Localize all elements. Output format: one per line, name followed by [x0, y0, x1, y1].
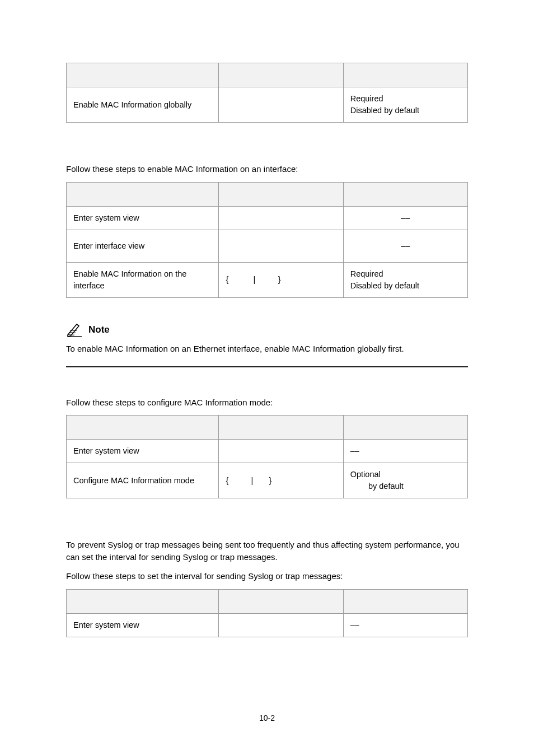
table-header-row — [67, 589, 468, 613]
note-text: To enable MAC Information on an Ethernet… — [66, 343, 468, 355]
body-paragraph: To prevent Syslog or trap messages being… — [66, 539, 468, 563]
table-row: Enter interface view –– — [67, 230, 468, 262]
col-header — [219, 416, 343, 440]
cell-line: Required — [350, 268, 461, 280]
page-content: Enable MAC Information globally Required… — [0, 0, 534, 637]
cell-line: by default — [350, 480, 461, 492]
page-number: 10-2 — [0, 712, 534, 724]
cell-text — [219, 230, 343, 262]
cell-text — [219, 613, 343, 637]
cell-text: Enter system view — [67, 613, 219, 637]
table-enable-interface: Enter system view –– Enter interface vie… — [66, 182, 468, 298]
col-header — [67, 416, 219, 440]
col-header — [67, 63, 219, 87]
cell-text: Enter interface view — [67, 230, 219, 262]
cell-line: Optional — [350, 469, 461, 480]
col-header — [343, 416, 467, 440]
cell-text: –– — [343, 206, 467, 230]
table-header-row — [67, 182, 468, 206]
table-enable-global: Enable MAC Information globally Required… — [66, 63, 468, 123]
table-row: Enable MAC Information globally Required… — [67, 87, 468, 123]
col-header — [343, 589, 467, 613]
col-header — [343, 182, 467, 206]
col-header — [219, 63, 343, 87]
col-header — [219, 182, 343, 206]
col-header — [67, 182, 219, 206]
section-lead: Follow these steps to set the interval f… — [66, 570, 468, 582]
table-row: Enable MAC Information on the interface … — [67, 262, 468, 297]
col-header — [219, 589, 343, 613]
cell-text: –– — [343, 440, 467, 463]
cell-text: Configure MAC Information mode — [67, 463, 219, 498]
cell-text: Optional by default — [343, 463, 467, 498]
table-header-row — [67, 416, 468, 440]
cell-text: Required Disabled by default — [343, 262, 467, 297]
table-row: Enter system view –– — [67, 613, 468, 637]
table-mode: Enter system view –– Configure MAC Infor… — [66, 415, 468, 498]
table-row: Configure MAC Information mode { | } Opt… — [67, 463, 468, 498]
note-rule — [66, 366, 468, 367]
cell-text: Enter system view — [67, 440, 219, 463]
cell-text: Required Disabled by default — [343, 87, 467, 123]
note-label: Note — [88, 323, 110, 337]
note-icon — [66, 323, 85, 337]
cell-line: Disabled by default — [350, 105, 461, 116]
cell-text: { | } — [219, 262, 343, 297]
cell-text — [219, 440, 343, 463]
col-header — [67, 589, 219, 613]
cell-text: –– — [343, 613, 467, 637]
cell-text: Enable MAC Information globally — [67, 87, 219, 123]
cell-line: Required — [350, 93, 461, 105]
col-header — [343, 63, 467, 87]
section-lead: Follow these steps to configure MAC Info… — [66, 396, 468, 409]
table-row: Enter system view –– — [67, 440, 468, 463]
cell-text: –– — [343, 230, 467, 262]
table-interval: Enter system view –– — [66, 589, 468, 637]
table-header-row — [67, 63, 468, 87]
table-row: Enter system view –– — [67, 206, 468, 230]
cell-text — [219, 87, 343, 123]
cell-text — [219, 206, 343, 230]
note-block: Note — [66, 323, 468, 337]
cell-line: Disabled by default — [350, 280, 461, 292]
section-lead: Follow these steps to enable MAC Informa… — [66, 163, 468, 175]
cell-text: Enter system view — [67, 206, 219, 230]
cell-text: Enable MAC Information on the interface — [67, 262, 219, 297]
cell-text: { | } — [219, 463, 343, 498]
